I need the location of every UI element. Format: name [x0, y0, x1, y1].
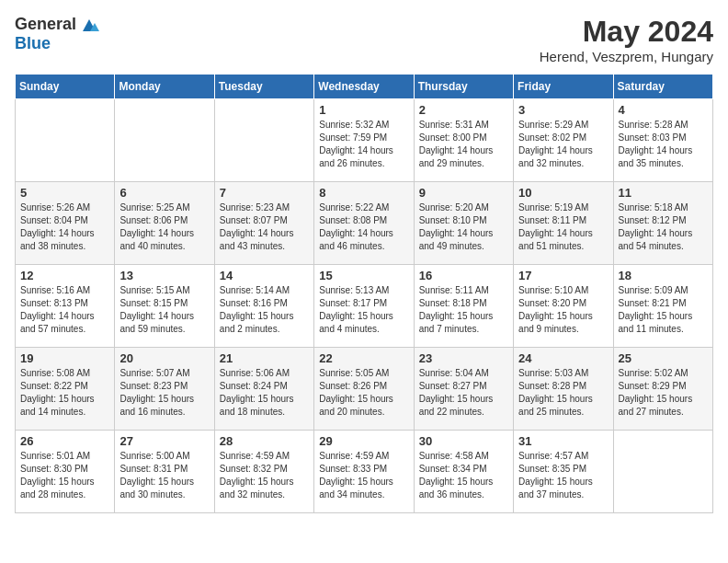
calendar-cell [16, 99, 115, 182]
day-content: Sunrise: 5:26 AM Sunset: 8:04 PM Dayligh… [20, 201, 109, 253]
day-content: Sunrise: 5:00 AM Sunset: 8:31 PM Dayligh… [119, 450, 209, 501]
day-content: Sunrise: 5:23 AM Sunset: 8:07 PM Dayligh… [220, 201, 309, 253]
day-content: Sunrise: 5:13 AM Sunset: 8:17 PM Dayligh… [319, 284, 408, 336]
calendar-cell: 26Sunrise: 5:01 AM Sunset: 8:30 PM Dayli… [16, 431, 115, 513]
day-content: Sunrise: 4:57 AM Sunset: 8:35 PM Dayligh… [518, 450, 608, 501]
day-content: Sunrise: 5:14 AM Sunset: 8:16 PM Dayligh… [220, 284, 309, 336]
calendar-cell [115, 99, 214, 182]
day-number: 31 [518, 434, 608, 448]
calendar-cell: 15Sunrise: 5:13 AM Sunset: 8:17 PM Dayli… [314, 265, 414, 348]
day-number: 23 [419, 351, 508, 365]
calendar-cell: 23Sunrise: 5:04 AM Sunset: 8:27 PM Dayli… [414, 348, 513, 431]
calendar-cell: 24Sunrise: 5:03 AM Sunset: 8:28 PM Dayli… [514, 348, 613, 431]
header-friday: Friday [514, 75, 613, 99]
day-content: Sunrise: 5:19 AM Sunset: 8:11 PM Dayligh… [518, 201, 608, 253]
day-number: 15 [319, 269, 408, 282]
calendar-cell: 16Sunrise: 5:11 AM Sunset: 8:18 PM Dayli… [414, 265, 513, 348]
calendar-cell: 20Sunrise: 5:07 AM Sunset: 8:23 PM Dayli… [115, 348, 214, 431]
calendar-week-4: 19Sunrise: 5:08 AM Sunset: 8:22 PM Dayli… [16, 348, 713, 431]
calendar-cell: 31Sunrise: 4:57 AM Sunset: 8:35 PM Dayli… [514, 431, 613, 513]
header-sunday: Sunday [16, 75, 115, 99]
calendar-cell: 12Sunrise: 5:16 AM Sunset: 8:13 PM Dayli… [16, 265, 115, 348]
calendar-cell: 3Sunrise: 5:29 AM Sunset: 8:02 PM Daylig… [514, 99, 613, 182]
page-header: General Blue May 2024 Herend, Veszprem, … [15, 15, 713, 64]
day-content: Sunrise: 5:31 AM Sunset: 8:00 PM Dayligh… [419, 119, 508, 170]
day-content: Sunrise: 5:01 AM Sunset: 8:30 PM Dayligh… [20, 450, 109, 501]
day-number: 17 [518, 269, 608, 282]
day-content: Sunrise: 5:09 AM Sunset: 8:21 PM Dayligh… [619, 284, 708, 336]
day-number: 26 [20, 434, 109, 448]
day-number: 22 [319, 351, 408, 365]
day-number: 11 [619, 186, 708, 200]
day-number: 5 [20, 186, 109, 200]
day-number: 27 [119, 434, 209, 448]
day-content: Sunrise: 5:05 AM Sunset: 8:26 PM Dayligh… [319, 367, 408, 419]
month-year-title: May 2024 [540, 15, 713, 49]
calendar-cell: 19Sunrise: 5:08 AM Sunset: 8:22 PM Dayli… [16, 348, 115, 431]
day-number: 3 [518, 103, 608, 117]
calendar-week-5: 26Sunrise: 5:01 AM Sunset: 8:30 PM Dayli… [16, 431, 713, 513]
calendar-cell [214, 99, 313, 182]
calendar-cell [613, 431, 712, 513]
day-number: 24 [518, 351, 608, 365]
day-number: 19 [20, 351, 109, 365]
day-content: Sunrise: 5:11 AM Sunset: 8:18 PM Dayligh… [419, 284, 508, 336]
calendar-table: SundayMondayTuesdayWednesdayThursdayFrid… [15, 74, 713, 513]
calendar-week-1: 1Sunrise: 5:32 AM Sunset: 7:59 PM Daylig… [16, 99, 713, 182]
logo-icon [79, 15, 99, 35]
calendar-cell: 25Sunrise: 5:02 AM Sunset: 8:29 PM Dayli… [613, 348, 712, 431]
day-number: 4 [619, 103, 708, 117]
day-content: Sunrise: 5:02 AM Sunset: 8:29 PM Dayligh… [619, 367, 708, 419]
day-number: 12 [20, 269, 109, 282]
day-content: Sunrise: 5:06 AM Sunset: 8:24 PM Dayligh… [220, 367, 309, 419]
header-thursday: Thursday [414, 75, 513, 99]
title-block: May 2024 Herend, Veszprem, Hungary [540, 15, 713, 64]
calendar-cell: 7Sunrise: 5:23 AM Sunset: 8:07 PM Daylig… [214, 182, 313, 265]
day-number: 29 [319, 434, 408, 448]
day-content: Sunrise: 5:08 AM Sunset: 8:22 PM Dayligh… [20, 367, 109, 419]
header-tuesday: Tuesday [214, 75, 313, 99]
day-number: 2 [419, 103, 508, 117]
calendar-cell: 29Sunrise: 4:59 AM Sunset: 8:33 PM Dayli… [314, 431, 414, 513]
day-number: 10 [518, 186, 608, 200]
day-content: Sunrise: 5:20 AM Sunset: 8:10 PM Dayligh… [419, 201, 508, 253]
day-number: 7 [220, 186, 309, 200]
day-number: 20 [119, 351, 209, 365]
calendar-cell: 14Sunrise: 5:14 AM Sunset: 8:16 PM Dayli… [214, 265, 313, 348]
day-content: Sunrise: 5:10 AM Sunset: 8:20 PM Dayligh… [518, 284, 608, 336]
logo: General Blue [15, 15, 99, 53]
calendar-cell: 1Sunrise: 5:32 AM Sunset: 7:59 PM Daylig… [314, 99, 414, 182]
day-content: Sunrise: 4:59 AM Sunset: 8:33 PM Dayligh… [319, 450, 408, 501]
day-number: 8 [319, 186, 408, 200]
calendar-cell: 17Sunrise: 5:10 AM Sunset: 8:20 PM Dayli… [514, 265, 613, 348]
logo-general-text: General [15, 16, 76, 34]
calendar-header-row: SundayMondayTuesdayWednesdayThursdayFrid… [16, 75, 713, 99]
day-content: Sunrise: 5:18 AM Sunset: 8:12 PM Dayligh… [619, 201, 708, 253]
calendar-cell: 6Sunrise: 5:25 AM Sunset: 8:06 PM Daylig… [115, 182, 214, 265]
calendar-cell: 5Sunrise: 5:26 AM Sunset: 8:04 PM Daylig… [16, 182, 115, 265]
calendar-cell: 21Sunrise: 5:06 AM Sunset: 8:24 PM Dayli… [214, 348, 313, 431]
day-number: 21 [220, 351, 309, 365]
day-content: Sunrise: 5:29 AM Sunset: 8:02 PM Dayligh… [518, 119, 608, 170]
logo-blue-text: Blue [15, 35, 99, 53]
calendar-week-3: 12Sunrise: 5:16 AM Sunset: 8:13 PM Dayli… [16, 265, 713, 348]
day-content: Sunrise: 5:25 AM Sunset: 8:06 PM Dayligh… [119, 201, 209, 253]
day-number: 13 [119, 269, 209, 282]
day-number: 18 [619, 269, 708, 282]
day-number: 28 [220, 434, 309, 448]
calendar-cell: 28Sunrise: 4:59 AM Sunset: 8:32 PM Dayli… [214, 431, 313, 513]
day-content: Sunrise: 5:16 AM Sunset: 8:13 PM Dayligh… [20, 284, 109, 336]
calendar-cell: 13Sunrise: 5:15 AM Sunset: 8:15 PM Dayli… [115, 265, 214, 348]
day-number: 6 [119, 186, 209, 200]
calendar-cell: 11Sunrise: 5:18 AM Sunset: 8:12 PM Dayli… [613, 182, 712, 265]
day-number: 25 [619, 351, 708, 365]
day-number: 14 [220, 269, 309, 282]
day-number: 1 [319, 103, 408, 117]
calendar-cell: 10Sunrise: 5:19 AM Sunset: 8:11 PM Dayli… [514, 182, 613, 265]
header-saturday: Saturday [613, 75, 712, 99]
day-content: Sunrise: 5:04 AM Sunset: 8:27 PM Dayligh… [419, 367, 508, 419]
day-content: Sunrise: 5:28 AM Sunset: 8:03 PM Dayligh… [619, 119, 708, 170]
calendar-cell: 9Sunrise: 5:20 AM Sunset: 8:10 PM Daylig… [414, 182, 513, 265]
calendar-cell: 27Sunrise: 5:00 AM Sunset: 8:31 PM Dayli… [115, 431, 214, 513]
day-number: 16 [419, 269, 508, 282]
